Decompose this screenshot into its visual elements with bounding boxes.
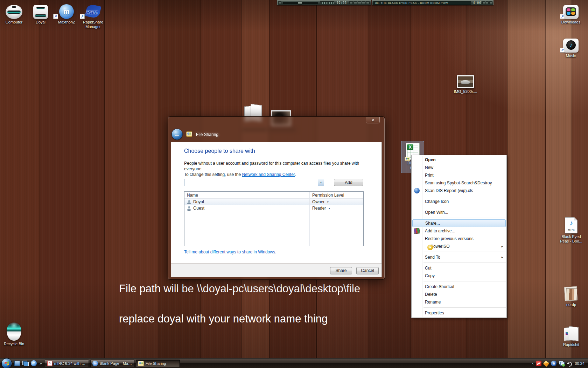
dialog-titlebar[interactable]: ← File Sharing × (171, 117, 382, 142)
menu-item-poweriso[interactable]: PowerISO► (412, 243, 506, 250)
menu-item-rename[interactable]: Rename (412, 298, 506, 306)
desktop-background[interactable]: 02:53 88. THE BLACK EYED PEAS - BOOM BOO… (0, 0, 588, 368)
user-icon (187, 206, 191, 211)
list-row-guest[interactable]: Guest Reader▼ (184, 205, 363, 211)
menu-item-change-icon[interactable]: Change Icon (412, 198, 506, 205)
menu-separator (424, 196, 506, 196)
maxthon-quicklaunch-icon[interactable]: m (31, 360, 37, 366)
desktop-icon-doyal[interactable]: Doyal (27, 2, 55, 25)
menu-item-open-with[interactable]: Open With... (412, 209, 506, 216)
desktop-icon-img-5300[interactable]: IMG_5300r.... (449, 74, 482, 94)
mirc-icon (47, 361, 52, 366)
network-sharing-center-link[interactable]: Network and Sharing Center (242, 172, 295, 177)
mp3-file-icon: ♪MP3 (565, 217, 578, 233)
desktop-icon-black-eyed-peas[interactable]: ♪MP3 Black Eyed Peas - Boo... (556, 216, 587, 244)
file-sharing-icon (138, 361, 144, 366)
menu-item-scan-spybot[interactable]: Scan using Spybot-Search&Destroy (412, 179, 506, 187)
people-list[interactable]: Name Permission Level Doyal Owner▼ Guest… (184, 191, 364, 246)
windows-flag-icon (5, 361, 9, 366)
antivirus-tray-icon[interactable] (551, 361, 556, 366)
media-menu-button[interactable] (278, 1, 281, 4)
column-divider (309, 192, 310, 246)
desktop-icon-maxthon2[interactable]: ↗ Maxthon2 (52, 2, 80, 25)
dialog-footer: Share Cancel (171, 264, 382, 277)
menu-item-send-to[interactable]: Send To► (412, 253, 506, 261)
menu-item-add-to-archive[interactable]: Add to archive... (412, 227, 506, 235)
desktop-icon-music[interactable]: ♪ ↗ Music (556, 36, 586, 58)
menu-item-scan-file[interactable]: Scan DIS Report (wip).xls (412, 187, 506, 195)
taskbar-button-maxthon[interactable]: Blank Page - Maxth... (90, 360, 134, 367)
combobox-dropdown-button[interactable]: ▼ (318, 179, 324, 186)
chevron-down-icon[interactable]: ▼ (327, 201, 329, 203)
recycle-bin-icon (7, 322, 21, 341)
sharing-help-link[interactable]: Tell me about different ways to share in… (184, 250, 276, 254)
taskbar-button-mirc[interactable]: mIRC 6.34 with NNS... (45, 360, 89, 367)
switch-windows-icon[interactable] (22, 361, 29, 366)
media-window-buttons[interactable] (482, 1, 492, 4)
desktop-icon-rapidshare-manager[interactable]: RSM ↗ RapidShare Manager (79, 2, 107, 29)
maxthon-icon (59, 4, 74, 19)
list-row-doyal[interactable]: Doyal Owner▼ (184, 199, 363, 205)
winrar-icon (414, 228, 420, 234)
quick-launch-overflow-chevron[interactable]: » (40, 361, 42, 366)
taskbar-button-file-sharing[interactable]: File Sharing (136, 360, 180, 367)
rapidshare-manager-icon: RSM (84, 4, 102, 19)
desktop-icon-downloads[interactable]: ↗ Downloads (556, 2, 586, 25)
share-button[interactable]: Share (330, 267, 352, 274)
media-player-controls-bar[interactable]: 02:53 (277, 0, 371, 5)
chevron-down-icon[interactable]: ▼ (328, 207, 330, 210)
media-seek-thumb[interactable] (298, 2, 302, 5)
desktop-icon-nordp[interactable]: nordp (557, 285, 585, 307)
shared-overlay-icon (405, 157, 410, 161)
computer-icon (6, 5, 22, 19)
taskbar-clock[interactable]: 00:24 (575, 361, 584, 366)
shortcut-arrow-icon: ↗ (80, 14, 85, 19)
antivirus-icon (414, 188, 420, 193)
menu-item-cut[interactable]: Cut (412, 264, 506, 272)
dialog-title: File Sharing (196, 132, 218, 137)
menu-item-print[interactable]: Print (412, 171, 506, 179)
menu-item-restore-previous-versions[interactable]: Restore previous versions (412, 235, 506, 243)
close-button[interactable]: × (366, 117, 380, 123)
add-button[interactable]: Add (334, 179, 363, 186)
menu-item-share[interactable]: Share... (412, 219, 506, 227)
media-transport-buttons[interactable] (349, 1, 370, 4)
list-header[interactable]: Name Permission Level (184, 192, 363, 199)
dialog-body: Choose people to share with People witho… (171, 142, 382, 264)
media-track-bar[interactable]: 88. THE BLACK EYED PEAS - BOOM BOOM POW … (372, 0, 493, 5)
context-menu: Open New Print Scan using Spybot-Search&… (411, 155, 507, 318)
menu-item-copy[interactable]: Copy (412, 272, 506, 280)
photos-folder-icon (563, 287, 579, 301)
dialog-heading: Choose people to share with (184, 148, 255, 154)
network-tray-icon[interactable] (559, 361, 565, 366)
tweak-tray-icon[interactable] (543, 360, 550, 367)
shortcut-arrow-icon: ↗ (53, 14, 58, 19)
desktop-icon-rapidshit[interactable]: Rapidshit (557, 325, 585, 347)
taskbar: m » mIRC 6.34 with NNS... Blank Page - M… (0, 358, 588, 368)
menu-item-properties[interactable]: Properties (412, 309, 506, 317)
show-desktop-icon[interactable] (14, 361, 20, 366)
cancel-button[interactable]: Cancel (356, 267, 379, 274)
photo-thumbnail-icon (457, 75, 474, 88)
tray-overflow-chevron[interactable]: ‹ (532, 361, 533, 366)
menu-item-delete[interactable]: Delete (412, 291, 506, 298)
close-icon: × (371, 118, 374, 122)
system-tray: ‹ 00:24 (532, 361, 588, 366)
spybot-tray-icon[interactable] (536, 361, 541, 366)
media-elapsed-time: 02:53 (337, 1, 347, 5)
menu-item-new[interactable]: New (412, 164, 506, 171)
volume-tray-icon[interactable] (567, 361, 572, 366)
back-button[interactable]: ← (172, 129, 183, 140)
user-select-combobox[interactable]: ▼ (184, 179, 324, 186)
menu-item-open[interactable]: Open (412, 156, 506, 164)
submenu-arrow-icon: ► (501, 256, 504, 259)
desktop-icon-computer[interactable]: Computer (0, 2, 28, 25)
doyal-folder-icon (33, 5, 48, 19)
desktop-icon-recycle-bin[interactable]: Recycle Bin (0, 322, 28, 346)
media-seek-bar[interactable] (283, 2, 318, 4)
file-sharing-dialog: ← File Sharing × Choose people to share … (168, 116, 385, 280)
column-header-name[interactable]: Name (184, 193, 309, 198)
menu-item-create-shortcut[interactable]: Create Shortcut (412, 283, 506, 291)
column-header-permission[interactable]: Permission Level (309, 193, 363, 198)
start-button[interactable] (1, 358, 12, 368)
